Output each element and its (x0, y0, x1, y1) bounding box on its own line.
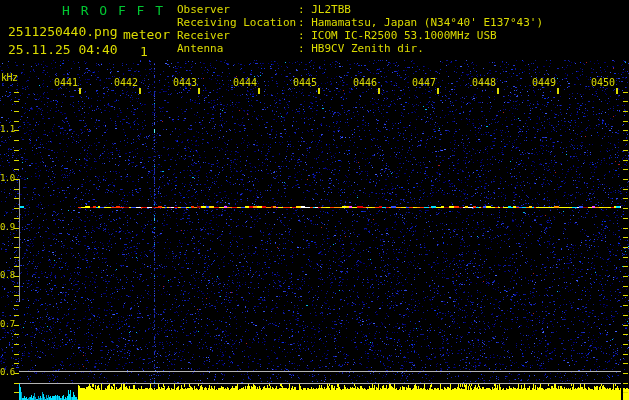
info-value: : Hamamatsu, Japan (N34°40' E137°43') (298, 16, 543, 29)
freq-tick-right (623, 208, 628, 209)
info-value: : JL2TBB (298, 3, 351, 16)
y-axis-unit-label: kHz (1, 72, 18, 83)
freq-label-0.8: 0.8 (0, 270, 14, 280)
freq-tick-left (14, 247, 19, 248)
freq-tick-right (623, 363, 628, 364)
freq-tick-left (14, 363, 19, 364)
time-tick-0449 (557, 88, 559, 94)
freq-tick-right (623, 92, 628, 93)
freq-tick-right (623, 228, 628, 229)
freq-tick-right (623, 101, 628, 102)
freq-tick-left (14, 189, 19, 190)
freq-tick-left (14, 305, 19, 306)
freq-tick-left (14, 218, 19, 219)
time-label-0441: 0441 (49, 77, 78, 88)
time-label-0442: 0442 (109, 77, 138, 88)
time-tick-0448 (497, 88, 499, 94)
freq-label-0.7: 0.7 (0, 319, 14, 329)
freq-tick-right (623, 150, 628, 151)
time-label-0447: 0447 (407, 77, 436, 88)
info-value: : ICOM IC-R2500 53.1000MHz USB (298, 29, 497, 42)
freq-tick-right (623, 198, 628, 199)
freq-tick-left (14, 266, 19, 267)
freq-tick-left (14, 208, 19, 209)
freq-tick-right (623, 383, 628, 384)
freq-tick-right (623, 373, 628, 374)
time-label-0450: 0450 (586, 77, 615, 88)
freq-tick-left (14, 130, 19, 131)
level-scale-vertical-line (19, 179, 20, 302)
time-tick-0445 (318, 88, 320, 94)
time-tick-0442 (139, 88, 141, 94)
freq-tick-right (623, 295, 628, 296)
freq-tick-right (623, 354, 628, 355)
freq-tick-right (623, 305, 628, 306)
freq-tick-left (14, 392, 19, 393)
freq-tick-left (14, 315, 19, 316)
info-value: : HB9CV Zenith dir. (298, 42, 424, 55)
freq-tick-right (623, 111, 628, 112)
time-tick-0441 (79, 88, 81, 94)
time-tick-0447 (437, 88, 439, 94)
freq-tick-left (14, 257, 19, 258)
freq-tick-left (14, 295, 19, 296)
freq-tick-left (14, 160, 19, 161)
freq-tick-right (623, 344, 628, 345)
info-label: Observer (177, 3, 298, 16)
time-tick-0443 (198, 88, 200, 94)
freq-tick-right (623, 315, 628, 316)
info-label: Receiving Location (177, 16, 298, 29)
freq-tick-right (623, 130, 628, 131)
freq-tick-right (623, 334, 628, 335)
freq-tick-right (623, 179, 628, 180)
freq-tick-left (14, 111, 19, 112)
info-label: Receiver (177, 29, 298, 42)
freq-tick-right (623, 218, 628, 219)
freq-label-1.0: 1.0 (0, 173, 14, 183)
freq-tick-right (623, 237, 628, 238)
freq-label-1.1: 1.1 (0, 124, 14, 134)
freq-tick-left (14, 92, 19, 93)
freq-tick-right (623, 169, 628, 170)
freq-tick-left (14, 121, 19, 122)
freq-tick-right (623, 257, 628, 258)
freq-tick-left (14, 354, 19, 355)
mode-label: meteor (123, 27, 170, 42)
time-tick-0444 (258, 88, 260, 94)
freq-tick-left (14, 169, 19, 170)
freq-tick-right (623, 325, 628, 326)
time-label-0445: 0445 (288, 77, 317, 88)
freq-tick-left (14, 198, 19, 199)
info-row-2: Receiver: ICOM IC-R2500 53.1000MHz USB (177, 29, 543, 42)
time-label-0444: 0444 (228, 77, 257, 88)
freq-tick-right (623, 247, 628, 248)
info-row-0: Observer: JL2TBB (177, 3, 543, 16)
info-row-3: Antenna: HB9CV Zenith dir. (177, 42, 543, 55)
app-title: H R O F F T (62, 3, 165, 18)
output-filename: 2511250440.png (8, 24, 118, 39)
station-info-block: Observer: JL2TBBReceiving Location: Hama… (177, 3, 543, 55)
date-time: 25.11.25 04:40 (8, 42, 118, 57)
freq-tick-right (623, 392, 628, 393)
freq-tick-right (623, 140, 628, 141)
freq-tick-left (14, 101, 19, 102)
freq-tick-left (14, 179, 19, 180)
time-label-0448: 0448 (467, 77, 496, 88)
info-row-1: Receiving Location: Hamamatsu, Japan (N3… (177, 16, 543, 29)
info-label: Antenna (177, 42, 298, 55)
freq-label-0.9: 0.9 (0, 222, 14, 232)
level-graph-upper-line (19, 371, 621, 372)
freq-tick-right (623, 121, 628, 122)
freq-tick-left (14, 334, 19, 335)
freq-tick-left (14, 383, 19, 384)
freq-tick-right (623, 286, 628, 287)
freq-tick-left (14, 286, 19, 287)
freq-tick-right (623, 276, 628, 277)
freq-tick-right (623, 189, 628, 190)
freq-tick-left (14, 276, 19, 277)
meteor-count: 1 (140, 44, 148, 59)
freq-tick-left (14, 140, 19, 141)
time-tick-0446 (378, 88, 380, 94)
freq-tick-left (14, 150, 19, 151)
freq-tick-left (14, 373, 19, 374)
